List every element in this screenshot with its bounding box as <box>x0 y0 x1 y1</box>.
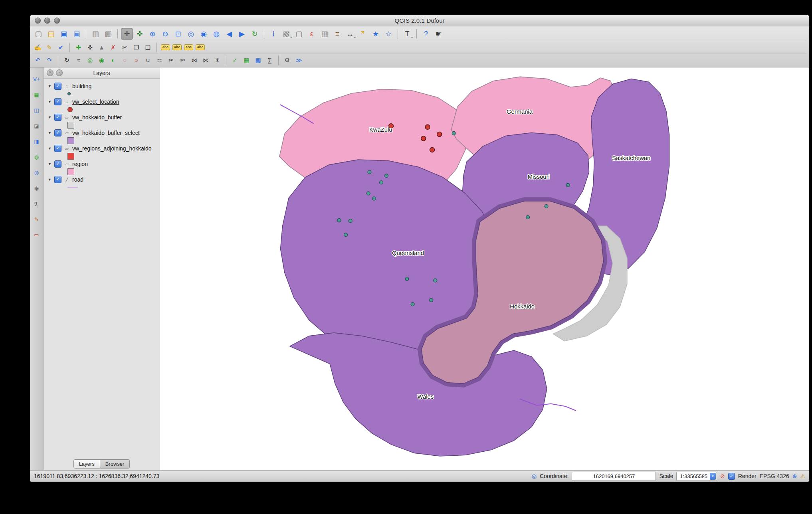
panel-close-button[interactable]: × <box>47 69 53 76</box>
layer-visibility-checkbox[interactable]: ✓ <box>54 145 61 152</box>
offset-curve-button[interactable]: ≍ <box>154 55 165 65</box>
save-layer-edits-button[interactable]: ✔ <box>55 42 66 53</box>
stop-rendering-icon[interactable]: ⊘ <box>720 473 725 479</box>
new-bookmark-button[interactable]: ★ <box>370 28 382 40</box>
select-by-expression-button[interactable]: ε <box>306 28 318 40</box>
layer-visibility-checkbox[interactable]: ✓ <box>54 98 61 105</box>
new-shapefile-layer-button[interactable]: ✎ <box>32 214 42 224</box>
layer-label-vw-hokkaido-buffer-select[interactable]: vw_hokkaido_buffer_select <box>72 130 140 136</box>
deselect-features-button[interactable]: ▢ <box>293 28 305 40</box>
layer-expand-arrow-icon[interactable]: ▼ <box>48 178 52 182</box>
panel-tab-browser[interactable]: Browser <box>100 459 130 469</box>
add-wms-layer-button[interactable]: ◍ <box>32 152 42 162</box>
close-window-button[interactable] <box>35 18 41 24</box>
zoom-in-button[interactable]: ⊕ <box>147 28 158 40</box>
map-canvas[interactable]: KwaZuluGermaniaSaskatchewanMissouriQueen… <box>160 67 809 470</box>
redo-button[interactable]: ↷ <box>44 55 55 65</box>
add-part-button[interactable]: ◉ <box>96 55 107 65</box>
rotate-feature-button[interactable]: ↻ <box>61 55 72 65</box>
simplify-feature-button[interactable]: ≈ <box>73 55 84 65</box>
rotate-point-symbols-button[interactable]: ✳ <box>212 55 223 65</box>
move-feature-button[interactable]: ✜ <box>85 42 95 53</box>
layer-expand-arrow-icon[interactable]: ▼ <box>48 146 52 150</box>
rotate-label-button[interactable]: abc <box>183 42 194 53</box>
field-calculator-button[interactable]: ≡ <box>331 28 343 40</box>
add-vector-layer-button[interactable]: V+ <box>32 74 42 84</box>
refresh-map-button[interactable]: ↻ <box>249 28 261 40</box>
node-tool-button[interactable]: ▲ <box>96 42 107 53</box>
layer-visibility-checkbox[interactable]: ✓ <box>54 176 61 183</box>
minimize-window-button[interactable] <box>44 18 50 24</box>
open-attribute-table-button[interactable]: ▦ <box>319 28 331 40</box>
zoom-out-button[interactable]: ⊖ <box>159 28 171 40</box>
map-svg[interactable]: KwaZuluGermaniaSaskatchewanMissouriQueen… <box>160 67 809 470</box>
delete-ring-button[interactable]: ◌ <box>119 55 130 65</box>
save-project-button[interactable]: ▣ <box>58 28 70 40</box>
scale-dropdown-icon[interactable]: ▾ <box>710 473 716 480</box>
layer-visibility-checkbox[interactable]: ✓ <box>54 83 61 90</box>
split-parts-button[interactable]: ✄ <box>177 55 188 65</box>
statistics-button[interactable]: ∑ <box>264 55 275 65</box>
current-edits-button[interactable]: ✍ <box>32 42 43 53</box>
select-features-button[interactable]: ▧▾ <box>280 28 292 40</box>
toggle-editing-button[interactable]: ✎ <box>44 42 55 53</box>
whats-this-button[interactable]: ☛ <box>433 28 445 40</box>
zoom-native-button[interactable]: ⊡ <box>172 28 184 40</box>
scale-combo[interactable]: 1:33565585 ▾ <box>676 472 717 481</box>
layers-panel-header[interactable]: × ◦ Layers <box>44 67 160 79</box>
reshape-features-button[interactable]: ∪ <box>143 55 153 65</box>
title-bar[interactable]: QGIS 2.0.1-Dufour <box>30 15 809 26</box>
crs-display[interactable]: EPSG:4326 <box>760 473 789 479</box>
layer-expand-arrow-icon[interactable]: ▼ <box>48 115 52 119</box>
merge-features-button[interactable]: ⋈ <box>189 55 200 65</box>
zoom-to-selection-button[interactable]: ◉ <box>198 28 210 40</box>
delete-part-button[interactable]: ○ <box>131 55 142 65</box>
add-mssql-layer-button[interactable]: ◨ <box>32 136 42 146</box>
identify-features-button[interactable]: i <box>267 28 279 40</box>
pan-map-button[interactable]: ✛ <box>121 28 133 40</box>
merge-attributes-button[interactable]: ⋉ <box>200 55 211 65</box>
crs-status-icon[interactable]: ⊕ <box>792 473 797 479</box>
python-console-button[interactable]: ≫ <box>293 55 304 65</box>
layer-label-building[interactable]: building <box>72 83 91 89</box>
undo-button[interactable]: ↶ <box>32 55 43 65</box>
check-geometries-button[interactable]: ✓ <box>230 55 240 65</box>
panel-float-button[interactable]: ◦ <box>56 69 63 76</box>
layer-label-road[interactable]: road <box>72 176 83 183</box>
layer-visibility-checkbox[interactable]: ✓ <box>54 114 61 121</box>
text-annotation-button[interactable]: T▾ <box>401 28 413 40</box>
coordinate-input[interactable] <box>572 472 656 481</box>
paste-features-button[interactable]: ❑ <box>143 42 153 53</box>
layer-expand-arrow-icon[interactable]: ▼ <box>48 84 52 88</box>
layer-expand-arrow-icon[interactable]: ▼ <box>48 162 52 166</box>
add-wfs-layer-button[interactable]: ◉ <box>32 183 42 193</box>
open-project-button[interactable]: ▤ <box>45 28 57 40</box>
change-label-button[interactable]: abc <box>195 42 206 53</box>
log-messages-icon[interactable]: ⚠ <box>800 473 805 479</box>
composer-manager-button[interactable]: ▦ <box>102 28 114 40</box>
raster-calculator-button[interactable]: ▦ <box>241 55 252 65</box>
split-features-button[interactable]: ✂ <box>166 55 176 65</box>
copy-features-button[interactable]: ❐ <box>131 42 142 53</box>
processing-toolbox-button[interactable]: ⚙ <box>282 55 293 65</box>
zoom-next-button[interactable]: ▶ <box>236 28 248 40</box>
layer-visibility-checkbox[interactable]: ✓ <box>54 160 61 168</box>
mouse-position-icon[interactable]: ◎ <box>532 473 537 479</box>
pan-to-selection-button[interactable]: ✜ <box>134 28 146 40</box>
layer-expand-arrow-icon[interactable]: ▼ <box>48 131 52 135</box>
zoom-to-layer-button[interactable]: ◍ <box>210 28 222 40</box>
save-project-as-button[interactable]: ▣ <box>71 28 83 40</box>
add-wcs-layer-button[interactable]: ◎ <box>32 167 42 178</box>
add-delimited-text-layer-button[interactable]: 9, <box>32 198 42 209</box>
layer-label-vw-hokkaido-buffer[interactable]: vw_hokkaido_buffer <box>72 114 122 121</box>
fill-ring-button[interactable]: ◐ <box>108 55 119 65</box>
zoom-window-button[interactable] <box>54 18 60 24</box>
add-ring-button[interactable]: ◎ <box>85 55 95 65</box>
add-spatialite-layer-button[interactable]: ◪ <box>32 121 42 131</box>
add-postgis-layer-button[interactable]: ◫ <box>32 105 42 115</box>
map-tips-button[interactable]: ❞ <box>357 28 369 40</box>
render-checkbox[interactable]: ✓ <box>728 473 735 480</box>
help-button[interactable]: ? <box>420 28 432 40</box>
new-project-button[interactable]: ▢ <box>32 28 44 40</box>
layer-label-vw-select-location[interactable]: vw_select_location <box>72 99 119 105</box>
